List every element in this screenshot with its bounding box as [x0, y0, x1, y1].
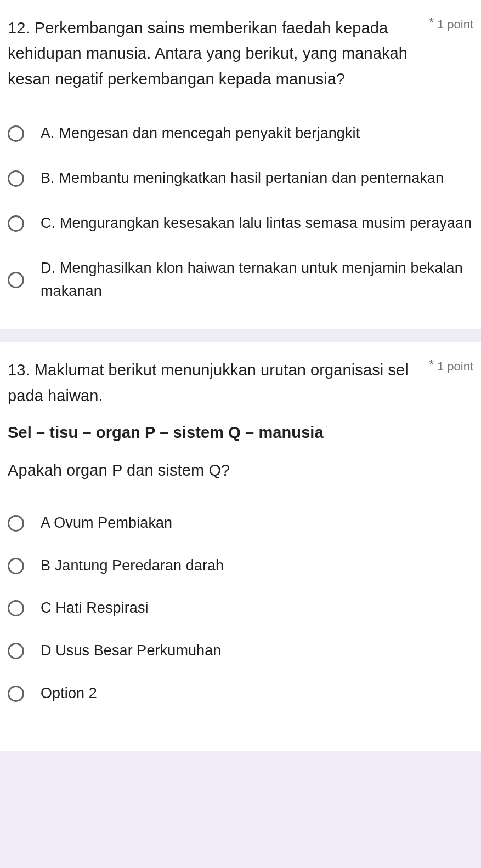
- options-group: A. Mengesan dan mencegah penyakit berjan…: [8, 122, 473, 302]
- radio-icon[interactable]: [8, 125, 24, 142]
- question-body: Perkembangan sains memberikan faedah kep…: [8, 19, 408, 88]
- question-number: 12.: [8, 19, 30, 37]
- question-bold-line: Sel – tisu – organ P – sistem Q – manusi…: [8, 419, 418, 446]
- points-label: 1 point: [437, 357, 473, 374]
- option-label: B Jantung Peredaran darah: [41, 555, 224, 578]
- option-label: D Usus Besar Perkumuhan: [41, 639, 221, 663]
- required-star-icon: *: [429, 357, 434, 372]
- option-label: Option 2: [41, 682, 97, 705]
- question-text: 13. Maklumat berikut menunjukkan urutan …: [8, 357, 418, 484]
- radio-icon[interactable]: [8, 215, 24, 232]
- question-header: 12. Perkembangan sains memberikan faedah…: [8, 15, 473, 92]
- question-subtext: Apakah organ P dan sistem Q?: [8, 457, 418, 484]
- option-label: B. Membantu meningkatkan hasil pertanian…: [41, 167, 444, 190]
- question-card: 13. Maklumat berikut menunjukkan urutan …: [0, 342, 481, 751]
- option-label: C. Mengurangkan kesesakan lalu lintas se…: [41, 212, 472, 235]
- radio-icon[interactable]: [8, 558, 24, 574]
- option-label: D. Menghasilkan klon haiwan ternakan unt…: [41, 257, 473, 303]
- question-text: 12. Perkembangan sains memberikan faedah…: [8, 15, 418, 92]
- option-a[interactable]: A Ovum Pembiakan: [8, 512, 473, 535]
- points-wrap: * 1 point: [418, 15, 473, 32]
- question-body: Maklumat berikut menunjukkan urutan orga…: [8, 361, 409, 404]
- option-label: A. Mengesan dan mencegah penyakit berjan…: [41, 122, 360, 145]
- option-label: A Ovum Pembiakan: [41, 512, 172, 535]
- option-extra[interactable]: Option 2: [8, 682, 473, 705]
- question-number: 13.: [8, 361, 30, 379]
- required-star-icon: *: [429, 15, 434, 30]
- question-card: 12. Perkembangan sains memberikan faedah…: [0, 0, 481, 329]
- points-wrap: * 1 point: [418, 357, 473, 374]
- radio-icon[interactable]: [8, 170, 24, 187]
- radio-icon[interactable]: [8, 272, 24, 288]
- option-b[interactable]: B Jantung Peredaran darah: [8, 555, 473, 578]
- option-d[interactable]: D. Menghasilkan klon haiwan ternakan unt…: [8, 257, 473, 303]
- option-c[interactable]: C Hati Respirasi: [8, 597, 473, 620]
- option-a[interactable]: A. Mengesan dan mencegah penyakit berjan…: [8, 122, 473, 145]
- option-d[interactable]: D Usus Besar Perkumuhan: [8, 639, 473, 663]
- option-c[interactable]: C. Mengurangkan kesesakan lalu lintas se…: [8, 212, 473, 235]
- option-b[interactable]: B. Membantu meningkatkan hasil pertanian…: [8, 167, 473, 190]
- points-label: 1 point: [437, 15, 473, 32]
- radio-icon[interactable]: [8, 515, 24, 532]
- radio-icon[interactable]: [8, 686, 24, 702]
- radio-icon[interactable]: [8, 600, 24, 616]
- option-label: C Hati Respirasi: [41, 597, 149, 620]
- options-group: A Ovum Pembiakan B Jantung Peredaran dar…: [8, 512, 473, 705]
- radio-icon[interactable]: [8, 643, 24, 659]
- question-header: 13. Maklumat berikut menunjukkan urutan …: [8, 357, 473, 484]
